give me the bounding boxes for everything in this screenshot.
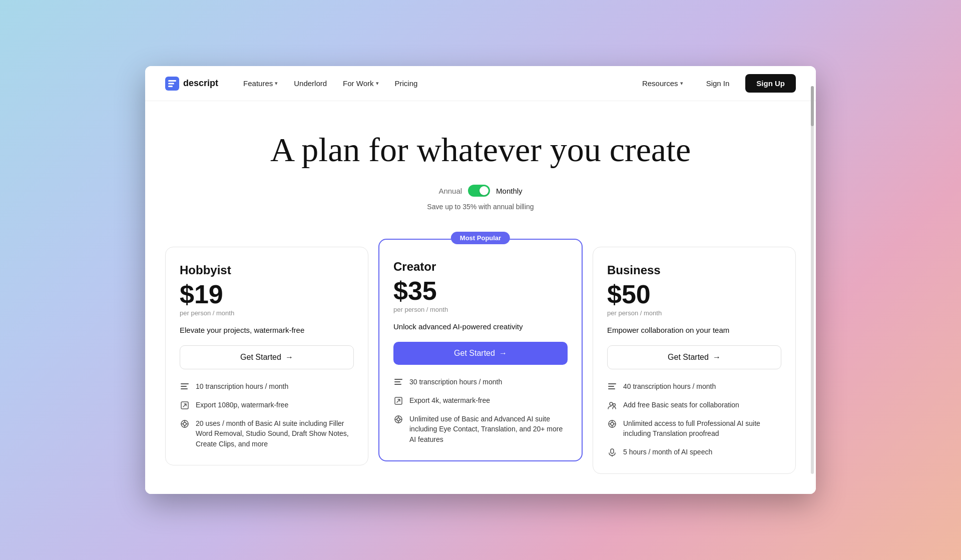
creator-cta-button[interactable]: Get Started → bbox=[393, 342, 568, 365]
billing-toggle: Annual Monthly bbox=[165, 185, 796, 197]
sign-up-button[interactable]: Sign Up bbox=[745, 74, 796, 93]
svg-rect-1 bbox=[168, 80, 176, 82]
speech-icon bbox=[607, 447, 617, 457]
nav-pricing[interactable]: Pricing bbox=[388, 75, 425, 92]
export-icon bbox=[180, 400, 190, 410]
svg-point-15 bbox=[397, 418, 400, 421]
list-item: Add free Basic seats for collaboration bbox=[607, 400, 781, 410]
toggle-knob bbox=[479, 186, 489, 195]
svg-rect-10 bbox=[394, 379, 402, 380]
hero-section: A plan for whatever you create Annual Mo… bbox=[145, 101, 816, 247]
svg-rect-11 bbox=[394, 381, 400, 382]
creator-price: $35 bbox=[393, 278, 568, 304]
list-item: 40 transcription hours / month bbox=[607, 381, 781, 392]
chevron-down-icon: ▾ bbox=[275, 80, 278, 87]
pricing-cards: Hobbyist $19 per person / month Elevate … bbox=[145, 247, 816, 494]
svg-rect-2 bbox=[168, 83, 174, 84]
svg-rect-23 bbox=[611, 449, 614, 453]
hobbyist-features: 10 transcription hours / month Export 10… bbox=[180, 381, 354, 449]
creator-tagline: Unlock advanced AI-powered creativity bbox=[393, 321, 568, 332]
transcription-icon bbox=[180, 382, 190, 392]
hobbyist-period: per person / month bbox=[180, 309, 354, 317]
svg-point-19 bbox=[610, 402, 613, 405]
svg-point-22 bbox=[611, 422, 614, 425]
nav-right: Resources ▾ Sign In Sign Up bbox=[635, 74, 796, 93]
business-tagline: Empower collaboration on your team bbox=[607, 325, 781, 335]
ai-icon bbox=[180, 419, 190, 429]
list-item: Export 4k, watermark-free bbox=[393, 395, 568, 406]
hobbyist-tagline: Elevate your projects, watermark-free bbox=[180, 325, 354, 335]
sign-in-button[interactable]: Sign In bbox=[698, 75, 738, 92]
creator-features: 30 transcription hours / month Export 4k… bbox=[393, 377, 568, 444]
svg-rect-18 bbox=[608, 388, 615, 389]
svg-point-9 bbox=[183, 422, 186, 425]
list-item: 10 transcription hours / month bbox=[180, 381, 354, 392]
most-popular-badge: Most Popular bbox=[451, 232, 510, 244]
list-item: 5 hours / month of AI speech bbox=[607, 447, 781, 457]
ai-icon-3 bbox=[607, 419, 617, 429]
hobbyist-plan-name: Hobbyist bbox=[180, 263, 354, 277]
hobbyist-price: $19 bbox=[180, 281, 354, 307]
navbar: descript Features ▾ Underlord For Work ▾… bbox=[145, 66, 816, 101]
creator-period: per person / month bbox=[393, 306, 568, 313]
list-item: 20 uses / month of Basic AI suite includ… bbox=[180, 418, 354, 449]
chevron-down-icon-3: ▾ bbox=[680, 80, 683, 87]
scroll-thumb[interactable] bbox=[811, 86, 814, 126]
transcription-icon-3 bbox=[607, 382, 617, 392]
business-card: Business $50 per person / month Empower … bbox=[593, 247, 796, 474]
list-item: 30 transcription hours / month bbox=[393, 377, 568, 387]
svg-rect-4 bbox=[181, 383, 189, 384]
save-text: Save up to 35% with annual billing bbox=[165, 203, 796, 211]
creator-card: Most Popular Creator $35 per person / mo… bbox=[378, 239, 583, 461]
business-features: 40 transcription hours / month Add free … bbox=[607, 381, 781, 457]
collaboration-icon bbox=[607, 400, 617, 410]
svg-point-20 bbox=[613, 404, 616, 406]
business-period: per person / month bbox=[607, 309, 781, 317]
transcription-icon-2 bbox=[393, 377, 403, 387]
list-item: Unlimited use of Basic and Advanced AI s… bbox=[393, 414, 568, 444]
svg-rect-16 bbox=[608, 383, 616, 384]
ai-icon-2 bbox=[393, 414, 403, 424]
business-plan-name: Business bbox=[607, 263, 781, 277]
svg-rect-17 bbox=[608, 386, 614, 387]
list-item: Export 1080p, watermark-free bbox=[180, 400, 354, 410]
logo[interactable]: descript bbox=[165, 77, 218, 91]
logo-icon bbox=[165, 77, 179, 91]
billing-annual-label: Annual bbox=[438, 187, 462, 195]
export-icon-2 bbox=[393, 396, 403, 406]
hobbyist-cta-button[interactable]: Get Started → bbox=[180, 345, 354, 369]
nav-resources[interactable]: Resources ▾ bbox=[635, 75, 690, 92]
logo-text: descript bbox=[183, 78, 218, 89]
nav-features[interactable]: Features ▾ bbox=[236, 75, 285, 92]
chevron-down-icon-2: ▾ bbox=[376, 80, 379, 87]
svg-rect-3 bbox=[168, 86, 173, 87]
nav-underlord[interactable]: Underlord bbox=[287, 75, 334, 92]
nav-for-work[interactable]: For Work ▾ bbox=[336, 75, 385, 92]
nav-links: Features ▾ Underlord For Work ▾ Pricing bbox=[236, 75, 635, 92]
svg-rect-6 bbox=[181, 388, 188, 389]
hobbyist-card: Hobbyist $19 per person / month Elevate … bbox=[165, 247, 368, 465]
hero-title: A plan for whatever you create bbox=[165, 131, 796, 169]
svg-rect-5 bbox=[181, 386, 187, 387]
scrollbar[interactable] bbox=[811, 86, 814, 473]
list-item: Unlimited access to full Professional AI… bbox=[607, 418, 781, 439]
business-price: $50 bbox=[607, 281, 781, 307]
business-cta-button[interactable]: Get Started → bbox=[607, 345, 781, 369]
svg-rect-12 bbox=[394, 384, 401, 385]
billing-toggle-switch[interactable] bbox=[468, 185, 490, 197]
creator-plan-name: Creator bbox=[393, 260, 568, 274]
billing-monthly-label: Monthly bbox=[496, 187, 523, 195]
